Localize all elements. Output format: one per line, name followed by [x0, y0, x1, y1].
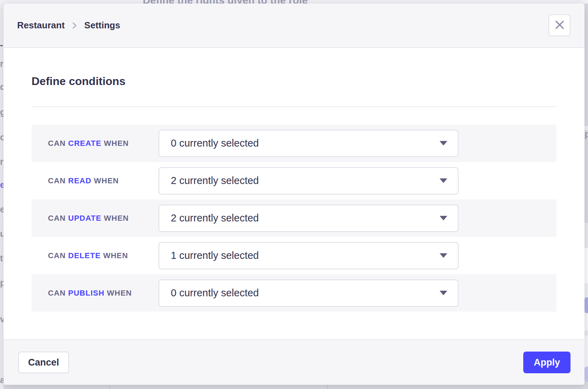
delete-conditions-select[interactable]: 1 currently selected [159, 242, 458, 269]
title-divider [31, 106, 556, 107]
breadcrumb-item-settings: Settings [84, 20, 120, 31]
background-text-fragment: u [0, 229, 4, 239]
dialog-title: Define conditions [31, 74, 556, 89]
selected-count: 2 currently selected [171, 175, 440, 186]
condition-label-update: Can update when [48, 214, 159, 223]
background-text-fragment: p [0, 278, 4, 288]
background-left-strip: - r d g o r e er u ti p v ai [0, 3, 4, 389]
action-name: update [68, 214, 102, 222]
background-text-fragment: ai [0, 375, 4, 385]
background-table-border [327, 385, 328, 389]
condition-label-create: Can create when [48, 139, 159, 148]
action-name: create [68, 139, 102, 148]
condition-row-publish: Can publish when 0 currently selected [31, 274, 556, 312]
update-conditions-select[interactable]: 2 currently selected [159, 205, 458, 232]
conditions-modal: Restaurant Settings Define conditions Ca… [4, 3, 584, 385]
background-text-fragment: o [0, 132, 4, 142]
background-top-strip: Define the rights given to the role [0, 0, 588, 3]
chevron-right-icon [71, 21, 78, 30]
background-text-fragment: ti [0, 253, 4, 263]
action-name: delete [68, 251, 101, 260]
close-icon [555, 20, 565, 31]
background-text-fragment: p [584, 129, 588, 143]
chevron-down-icon [440, 141, 447, 146]
background-row-edge [584, 223, 588, 248]
background-text-fragment: er [0, 204, 4, 214]
read-conditions-select[interactable]: 2 currently selected [159, 167, 458, 194]
background-text-fragment: e [0, 180, 4, 190]
condition-label-delete: Can delete when [48, 251, 159, 260]
chevron-down-icon [440, 216, 447, 220]
breadcrumb-item-restaurant: Restaurant [17, 20, 65, 31]
background-right-strip: p [584, 3, 588, 389]
create-conditions-select[interactable]: 0 currently selected [159, 130, 458, 157]
selected-count: 0 currently selected [171, 137, 440, 149]
background-row-edge [584, 248, 588, 283]
selected-count: 2 currently selected [171, 212, 440, 224]
cancel-button[interactable]: Cancel [18, 352, 69, 373]
action-name: publish [68, 289, 105, 297]
background-text-fragment: r [0, 157, 4, 167]
background-toggle-fragment [584, 367, 588, 382]
chevron-down-icon [440, 253, 447, 258]
background-text-fragment: v [0, 314, 4, 324]
background-table-border [109, 385, 110, 389]
condition-label-publish: Can publish when [48, 289, 159, 298]
modal-header: Restaurant Settings [4, 3, 584, 48]
modal-body: Define conditions Can create when 0 curr… [4, 48, 584, 339]
selected-count: 1 currently selected [171, 250, 440, 261]
background-text-fragment: - [0, 40, 3, 50]
publish-conditions-select[interactable]: 0 currently selected [159, 280, 458, 307]
chevron-down-icon [440, 178, 447, 183]
condition-row-create: Can create when 0 currently selected [31, 125, 556, 162]
breadcrumb: Restaurant Settings [17, 20, 120, 31]
background-row-edge [584, 283, 588, 297]
background-row-edge [584, 313, 588, 367]
condition-row-read: Can read when 2 currently selected [31, 162, 556, 199]
background-text-fragment: g [0, 107, 4, 117]
close-button[interactable] [548, 14, 570, 36]
condition-label-read: Can read when [48, 176, 159, 185]
selected-count: 0 currently selected [171, 287, 440, 299]
background-page-title: Define the rights given to the role [143, 0, 308, 3]
action-name: read [68, 176, 91, 185]
background-row-edge [584, 331, 588, 335]
background-text-fragment: r [0, 59, 4, 69]
condition-row-update: Can update when 2 currently selected [31, 199, 556, 237]
background-bottom-strip [4, 385, 584, 389]
condition-row-delete: Can delete when 1 currently selected [31, 237, 556, 274]
background-text-fragment: d [0, 82, 4, 92]
background-button-fragment [584, 297, 588, 313]
chevron-down-icon [440, 291, 447, 295]
conditions-list: Can create when 0 currently selected Can… [31, 125, 556, 312]
modal-footer: Cancel Apply [4, 339, 584, 385]
apply-button[interactable]: Apply [523, 352, 570, 373]
